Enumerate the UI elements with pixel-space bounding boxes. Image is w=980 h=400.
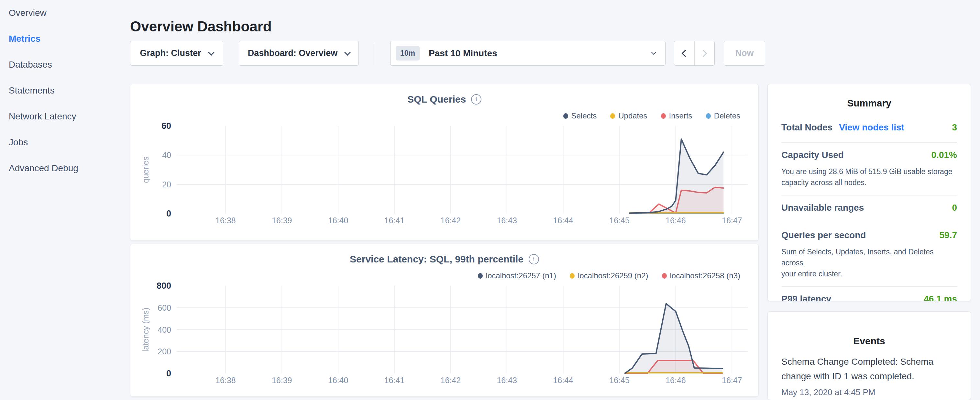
summary-title: Summary xyxy=(781,84,957,109)
svg-text:16:43: 16:43 xyxy=(496,376,517,385)
sql-queries-chart[interactable]: 16:3816:3916:4016:4116:4216:4316:4416:45… xyxy=(130,84,759,241)
legend-label: localhost:26257 (n1) xyxy=(486,271,556,280)
svg-text:16:42: 16:42 xyxy=(441,376,461,385)
legend-item[interactable]: localhost:26259 (n2) xyxy=(570,271,648,280)
summary-row-unavailable-ranges: Unavailable ranges 0 xyxy=(781,195,957,223)
legend-label: Selects xyxy=(571,112,597,120)
summary-row-label: Capacity Used xyxy=(781,150,844,160)
svg-text:800: 800 xyxy=(157,281,171,291)
sidebar: Overview Metrics Databases Statements Ne… xyxy=(0,0,129,400)
summary-row-label: P99 latency xyxy=(781,294,831,301)
svg-text:16:47: 16:47 xyxy=(722,376,742,385)
svg-text:16:39: 16:39 xyxy=(272,376,292,385)
sidebar-item-metrics[interactable]: Metrics xyxy=(0,26,129,52)
summary-row-p99-latency: P99 latency 46.1 ms xyxy=(781,287,957,301)
svg-text:200: 200 xyxy=(158,347,171,356)
svg-text:400: 400 xyxy=(158,325,171,334)
summary-row-description: You are using 28.6 MiB of 515.9 GiB usab… xyxy=(781,166,957,188)
svg-text:16:47: 16:47 xyxy=(722,216,742,225)
sidebar-item-overview[interactable]: Overview xyxy=(0,0,129,26)
toolbar-divider xyxy=(375,42,375,65)
svg-text:16:45: 16:45 xyxy=(609,216,630,225)
svg-text:16:41: 16:41 xyxy=(384,376,405,385)
legend-dot-icon xyxy=(662,273,667,279)
legend-label: Inserts xyxy=(669,112,692,120)
legend-item[interactable]: Inserts xyxy=(661,112,692,120)
legend-dot-icon xyxy=(661,113,666,119)
view-nodes-link[interactable]: View nodes list xyxy=(839,122,904,133)
svg-text:latency (ms): latency (ms) xyxy=(141,308,150,351)
legend-item[interactable]: localhost:26258 (n3) xyxy=(662,271,740,280)
info-icon[interactable]: i xyxy=(529,254,539,265)
legend-item[interactable]: Deletes xyxy=(706,112,740,120)
summary-row-value: 3 xyxy=(952,122,957,133)
legend-label: Updates xyxy=(618,112,647,120)
event-item[interactable]: Schema Change Completed: Schema change w… xyxy=(781,354,957,397)
chart-title: SQL Queries xyxy=(407,94,466,105)
svg-text:16:39: 16:39 xyxy=(272,216,292,225)
events-card: Events Schema Change Completed: Schema c… xyxy=(767,311,971,400)
svg-text:40: 40 xyxy=(162,150,171,159)
sidebar-item-jobs[interactable]: Jobs xyxy=(0,129,129,155)
summary-row-description: Sum of Selects, Updates, Inserts, and De… xyxy=(781,246,957,279)
chart-title-row: SQL Queries i xyxy=(130,94,758,105)
legend-item[interactable]: Selects xyxy=(563,112,597,120)
svg-text:16:45: 16:45 xyxy=(609,376,630,385)
chevron-down-icon xyxy=(208,49,215,56)
svg-text:queries: queries xyxy=(141,157,150,183)
legend-dot-icon xyxy=(610,113,615,119)
svg-text:16:40: 16:40 xyxy=(328,216,348,225)
summary-row-label: Unavailable ranges xyxy=(781,202,864,213)
legend-dot-icon xyxy=(478,273,483,279)
svg-text:0: 0 xyxy=(166,369,171,378)
chart-legend: localhost:26257 (n1)localhost:26259 (n2)… xyxy=(478,271,740,280)
svg-text:16:44: 16:44 xyxy=(553,216,573,225)
summary-row-value: 46.1 ms xyxy=(924,294,957,301)
legend-label: localhost:26258 (n3) xyxy=(670,271,740,280)
svg-text:16:41: 16:41 xyxy=(384,216,405,225)
svg-text:20: 20 xyxy=(162,180,171,189)
chart-title: Service Latency: SQL, 99th percentile xyxy=(350,254,523,265)
sidebar-item-advanced-debug[interactable]: Advanced Debug xyxy=(0,155,129,181)
page-title: Overview Dashboard xyxy=(130,18,272,35)
legend-dot-icon xyxy=(563,113,568,119)
time-range-selector[interactable]: 10m Past 10 Minutes xyxy=(390,41,665,66)
legend-label: Deletes xyxy=(714,112,740,120)
events-title: Events xyxy=(781,312,957,347)
sidebar-item-network-latency[interactable]: Network Latency xyxy=(0,104,129,129)
legend-label: localhost:26259 (n2) xyxy=(578,271,648,280)
chevron-left-icon xyxy=(681,49,689,57)
svg-text:16:43: 16:43 xyxy=(496,216,517,225)
prev-interval-button[interactable] xyxy=(674,41,695,65)
chevron-down-icon xyxy=(651,50,657,55)
info-icon[interactable]: i xyxy=(471,94,481,105)
legend-item[interactable]: Updates xyxy=(610,112,647,120)
svg-text:16:44: 16:44 xyxy=(553,376,573,385)
svg-text:16:40: 16:40 xyxy=(328,376,348,385)
svg-text:60: 60 xyxy=(161,121,171,131)
summary-row-label: Total Nodes xyxy=(781,122,832,133)
graph-dropdown[interactable]: Graph: Cluster xyxy=(130,41,223,66)
svg-text:600: 600 xyxy=(158,303,171,312)
service-latency-chart[interactable]: 16:3816:3916:4016:4116:4216:4316:4416:45… xyxy=(130,244,759,397)
legend-item[interactable]: localhost:26257 (n1) xyxy=(478,271,556,280)
chart-legend: SelectsUpdatesInsertsDeletes xyxy=(563,112,741,120)
legend-dot-icon xyxy=(570,273,574,279)
dashboard-dropdown[interactable]: Dashboard: Overview xyxy=(239,41,359,66)
chart-title-row: Service Latency: SQL, 99th percentile i xyxy=(130,254,758,265)
time-range-label: Past 10 Minutes xyxy=(429,48,497,59)
next-interval-button[interactable] xyxy=(695,41,715,65)
svg-text:16:38: 16:38 xyxy=(215,376,236,385)
event-text: Schema Change Completed: Schema change w… xyxy=(781,354,957,384)
svg-text:16:46: 16:46 xyxy=(665,216,686,225)
summary-row-label: Queries per second xyxy=(781,230,866,241)
svg-text:0: 0 xyxy=(166,209,171,218)
svg-text:16:38: 16:38 xyxy=(215,216,236,225)
legend-dot-icon xyxy=(706,113,711,119)
now-button[interactable]: Now xyxy=(724,41,765,66)
sidebar-item-databases[interactable]: Databases xyxy=(0,52,129,78)
summary-row-total-nodes: Total Nodes View nodes list 3 xyxy=(781,115,957,142)
summary-row-value: 0 xyxy=(952,202,957,213)
time-pager xyxy=(674,41,715,66)
sidebar-item-statements[interactable]: Statements xyxy=(0,78,129,104)
